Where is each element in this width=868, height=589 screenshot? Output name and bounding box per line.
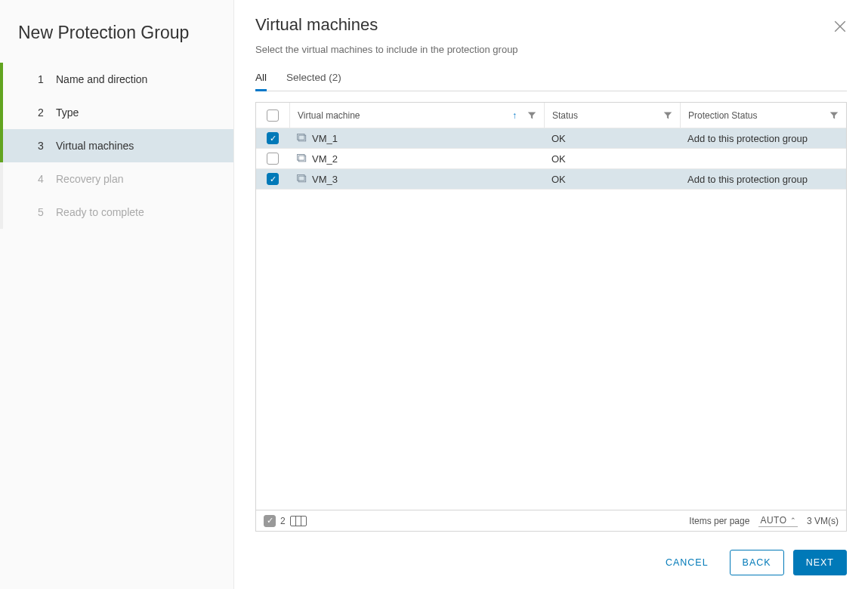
items-per-page-select[interactable]: AUTO ⌃ — [758, 515, 798, 527]
step-type[interactable]: 2 Type — [0, 96, 233, 129]
vm-status: OK — [551, 174, 566, 185]
header-protection[interactable]: Protection Status — [680, 103, 846, 128]
select-all-checkbox[interactable] — [267, 109, 279, 122]
vm-status: OK — [551, 133, 566, 144]
step-ready-complete: 5 Ready to complete — [0, 196, 233, 229]
chevron-up-icon: ⌃ — [790, 517, 797, 524]
back-button[interactable]: Back — [730, 550, 784, 575]
header-vm[interactable]: Virtual machine ↑ — [289, 103, 544, 128]
step-label: Type — [56, 106, 79, 119]
vm-name: VM_2 — [312, 153, 338, 165]
wizard-content: Virtual machines Select the virtual mach… — [234, 0, 868, 589]
header-vm-label: Virtual machine — [298, 110, 360, 121]
vm-icon — [297, 154, 307, 163]
step-label: Name and direction — [56, 73, 147, 85]
table-row[interactable]: VM_2 OK — [256, 149, 846, 169]
step-number: 1 — [38, 73, 44, 85]
step-label: Virtual machines — [56, 140, 134, 152]
sort-asc-icon[interactable]: ↑ — [512, 110, 517, 121]
wizard-footer: Cancel Back Next — [255, 550, 847, 575]
selected-count-icon — [264, 515, 276, 527]
vm-icon — [297, 134, 307, 143]
filter-icon[interactable] — [829, 111, 839, 120]
step-virtual-machines[interactable]: 3 Virtual machines — [0, 129, 233, 162]
vm-table: Virtual machine ↑ Status Protectio — [255, 102, 847, 532]
next-button[interactable]: Next — [793, 550, 847, 575]
step-recovery-plan: 4 Recovery plan — [0, 162, 233, 196]
close-icon[interactable] — [833, 20, 847, 33]
tab-all[interactable]: All — [255, 69, 267, 91]
vm-name: VM_3 — [312, 174, 338, 185]
step-number: 4 — [38, 173, 44, 185]
vm-status: OK — [551, 153, 566, 165]
step-number: 3 — [38, 140, 44, 152]
vm-name: VM_1 — [312, 133, 338, 144]
filter-icon[interactable] — [663, 111, 672, 120]
page-description: Select the virtual machines to include i… — [255, 44, 847, 55]
svg-marker-4 — [830, 112, 839, 119]
wizard-steps: 1 Name and direction 2 Type 3 Virtual ma… — [0, 63, 233, 229]
items-per-page-value: AUTO — [760, 515, 786, 526]
table-header-row: Virtual machine ↑ Status Protectio — [256, 103, 846, 128]
step-label: Ready to complete — [56, 206, 144, 218]
header-status-label: Status — [552, 110, 578, 121]
table-footer: 2 Items per page AUTO ⌃ 3 VM(s) — [256, 510, 846, 531]
selected-count: 2 — [280, 516, 286, 526]
row-checkbox[interactable] — [267, 153, 279, 165]
total-count: 3 VM(s) — [807, 516, 839, 526]
tabs: All Selected (2) — [255, 69, 847, 91]
cancel-button[interactable]: Cancel — [653, 550, 721, 575]
step-number: 5 — [38, 206, 44, 218]
items-per-page-label: Items per page — [689, 516, 749, 526]
column-picker-icon[interactable] — [290, 516, 307, 526]
svg-marker-3 — [664, 112, 672, 119]
table-body: VM_1 OK Add to this protection group VM_… — [256, 128, 846, 510]
wizard-title: New Protection Group — [0, 15, 233, 63]
row-checkbox[interactable] — [267, 173, 279, 185]
vm-protection: Add to this protection group — [687, 174, 808, 185]
row-checkbox[interactable] — [267, 132, 279, 144]
step-label: Recovery plan — [56, 173, 124, 185]
table-row[interactable]: VM_1 OK Add to this protection group — [256, 128, 846, 149]
wizard-sidebar: New Protection Group 1 Name and directio… — [0, 0, 234, 589]
vm-protection: Add to this protection group — [687, 133, 808, 144]
filter-icon[interactable] — [527, 111, 536, 120]
step-number: 2 — [38, 106, 44, 119]
header-protection-label: Protection Status — [688, 110, 757, 121]
page-title: Virtual machines — [255, 15, 378, 35]
step-name-direction[interactable]: 1 Name and direction — [0, 63, 233, 96]
table-row[interactable]: VM_3 OK Add to this protection group — [256, 169, 846, 190]
header-select-all[interactable] — [256, 103, 289, 128]
svg-marker-2 — [528, 112, 536, 119]
tab-selected[interactable]: Selected (2) — [286, 69, 341, 91]
vm-icon — [297, 174, 307, 183]
header-status[interactable]: Status — [544, 103, 680, 128]
